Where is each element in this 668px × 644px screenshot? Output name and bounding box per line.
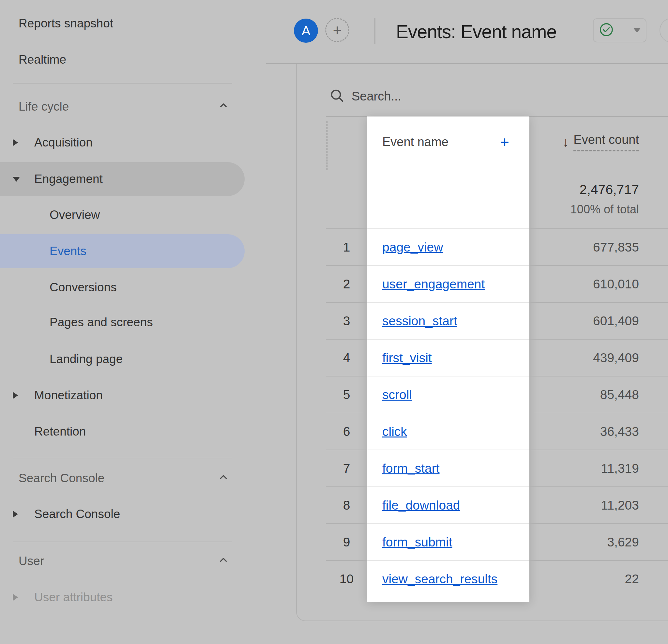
event-count-header-label: Event count [573, 133, 639, 151]
sidebar-item-reports-snapshot[interactable]: Reports snapshot [0, 7, 245, 40]
table-row: 10 view_search_results 22 [326, 560, 668, 597]
report-status-chip[interactable] [593, 18, 647, 42]
table-body: 1 page_view 677,835 2 user_engagement 61… [326, 228, 668, 597]
totals-cell: 2,476,717 100% of total [529, 175, 668, 224]
plus-icon: + [333, 21, 342, 39]
row-rank: 9 [326, 523, 367, 560]
table-row: 8 file_download 11,203 [326, 486, 668, 523]
avatar-letter: A [302, 24, 310, 38]
sidebar-item-label: Overview [49, 208, 100, 222]
row-count: 85,448 [529, 376, 668, 413]
row-count: 439,409 [529, 339, 668, 376]
sidebar-item-conversions[interactable]: Conversions [0, 271, 245, 304]
row-count: 601,409 [529, 302, 668, 339]
table-header-row: Event name + ↓ Event count [326, 128, 668, 156]
row-count: 22 [529, 560, 668, 597]
event-link[interactable]: click [382, 424, 407, 439]
sidebar-divider [13, 542, 232, 542]
sidebar-item-overview[interactable]: Overview [0, 199, 245, 231]
add-comparison-button[interactable]: + [325, 18, 349, 42]
sidebar-item-acquisition[interactable]: Acquisition [0, 126, 245, 159]
row-rank: 2 [326, 265, 367, 302]
sidebar-item-label: Search Console [34, 507, 120, 521]
chevron-up-icon [218, 100, 229, 114]
triangle-right-icon [13, 594, 18, 601]
sidebar-item-label: Realtime [19, 53, 66, 66]
sidebar-item-label: Pages and screens [49, 315, 153, 329]
sidebar-section-user[interactable]: User [0, 545, 245, 578]
sidebar-item-label: User attributes [34, 590, 113, 604]
row-rank: 5 [326, 376, 367, 413]
event-link[interactable]: file_download [382, 498, 460, 512]
event-link[interactable]: view_search_results [382, 572, 497, 586]
search-icon [330, 88, 345, 104]
total-event-count: 2,476,717 [580, 182, 639, 197]
sidebar-item-label: Conversions [49, 281, 117, 294]
chevron-up-icon [218, 554, 229, 568]
sidebar-item-landing-page[interactable]: Landing page [0, 343, 245, 375]
table-row: 5 scroll 85,448 [326, 376, 668, 413]
partial-toolbar-button[interactable] [659, 18, 668, 43]
event-name-header-label: Event name [382, 135, 449, 149]
sidebar-item-label: Engagement [34, 172, 103, 186]
sidebar-section-label: User [19, 554, 44, 568]
sidebar-section-label: Life cycle [19, 100, 69, 114]
table-totals-row: 2,476,717 100% of total [326, 175, 668, 224]
add-dimension-button[interactable]: + [500, 133, 509, 151]
event-link[interactable]: page_view [382, 240, 443, 254]
sidebar-divider [13, 83, 232, 84]
sidebar-divider [13, 458, 232, 459]
sidebar-item-user-attributes[interactable]: User attributes [0, 581, 245, 614]
chevron-up-icon [218, 471, 229, 485]
event-link[interactable]: session_start [382, 314, 457, 328]
rank-column-header [326, 128, 367, 156]
row-count: 677,835 [529, 228, 668, 265]
table-row: 4 first_visit 439,409 [326, 339, 668, 376]
search-input[interactable]: Search... [330, 86, 558, 106]
sidebar-section-life-cycle[interactable]: Life cycle [0, 90, 245, 123]
triangle-right-icon [13, 511, 18, 518]
event-link[interactable]: user_engagement [382, 277, 485, 291]
page-title: Events: Event name [396, 19, 557, 44]
sidebar-item-pages-and-screens[interactable]: Pages and screens [0, 306, 245, 339]
row-rank: 6 [326, 413, 367, 450]
sidebar-item-label: Acquisition [34, 136, 93, 149]
check-circle-icon [599, 22, 614, 39]
sidebar-item-label: Retention [34, 425, 86, 438]
sidebar-item-monetization[interactable]: Monetization [0, 379, 245, 412]
event-link[interactable]: first_visit [382, 351, 432, 365]
sidebar-item-label: Events [49, 244, 87, 258]
sidebar-item-label: Reports snapshot [19, 17, 113, 30]
sidebar-item-realtime[interactable]: Realtime [0, 43, 245, 76]
header-divider [375, 18, 376, 44]
report-nav-sidebar: Reports snapshot Realtime Life cycle Acq… [0, 0, 245, 644]
table-row: 1 page_view 677,835 [326, 228, 668, 265]
event-link[interactable]: scroll [382, 388, 412, 402]
event-count-column-header[interactable]: ↓ Event count [529, 128, 668, 156]
event-link[interactable]: form_submit [382, 535, 452, 549]
row-rank: 7 [326, 450, 367, 486]
table-row: 3 session_start 601,409 [326, 302, 668, 339]
event-link[interactable]: form_start [382, 461, 440, 476]
triangle-right-icon [13, 139, 18, 146]
row-rank: 1 [326, 228, 367, 265]
sort-descending-icon: ↓ [562, 135, 569, 149]
sidebar-item-events[interactable]: Events [0, 234, 245, 268]
event-name-column-header: Event name + [367, 128, 529, 156]
comparison-avatar[interactable]: A [294, 19, 318, 43]
triangle-right-icon [13, 392, 18, 399]
sidebar-item-engagement[interactable]: Engagement [0, 162, 245, 196]
row-count: 11,203 [529, 486, 668, 523]
triangle-down-icon [13, 177, 20, 182]
table-row: 6 click 36,433 [326, 413, 668, 450]
sidebar-item-retention[interactable]: Retention [0, 415, 245, 448]
table-row: 2 user_engagement 610,010 [326, 265, 668, 302]
sidebar-section-search-console[interactable]: Search Console [0, 462, 245, 495]
row-rank: 3 [326, 302, 367, 339]
sidebar-item-label: Monetization [34, 389, 103, 402]
total-percent: 100% of total [571, 203, 639, 216]
sidebar-section-label: Search Console [19, 471, 104, 485]
row-rank: 8 [326, 486, 367, 523]
row-count: 36,433 [529, 413, 668, 450]
sidebar-item-search-console[interactable]: Search Console [0, 498, 245, 530]
